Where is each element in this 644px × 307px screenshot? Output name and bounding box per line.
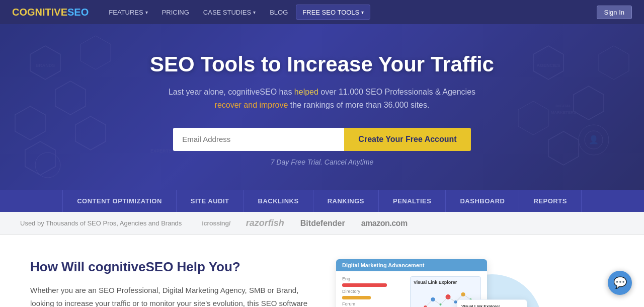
- logo[interactable]: COGNITIVESEO: [12, 7, 89, 18]
- nav-case-studies[interactable]: CASE STUDIES ▾: [197, 0, 262, 24]
- svg-text:👤: 👤: [589, 135, 599, 144]
- svg-marker-0: [30, 46, 60, 80]
- svg-marker-5: [80, 36, 111, 69]
- svg-point-17: [585, 131, 603, 149]
- chevron-down-icon: ▾: [361, 10, 364, 15]
- logo-part1: COGNITIVE: [12, 7, 67, 18]
- brands-bar: Used by Thousands of SEO Pros, Agencies …: [0, 212, 644, 235]
- dashboard-bars-section: Eng Directory Forum Ecommerce: [342, 276, 406, 307]
- svg-marker-6: [533, 46, 564, 80]
- chat-button[interactable]: 💬: [608, 271, 632, 295]
- chevron-down-icon: ▾: [145, 10, 148, 15]
- svg-line-28: [433, 299, 441, 304]
- hero-title: SEO Tools to Increase Your Traffic: [150, 52, 494, 76]
- chevron-down-icon: ▾: [253, 10, 256, 15]
- brand-icrossing: icrossing/⁠⁠: [202, 219, 229, 227]
- hero-subtitle: Last year alone, cognitiveSEO has helped…: [169, 86, 475, 111]
- svg-marker-10: [518, 101, 548, 135]
- nav-features[interactable]: FEATURES ▾: [103, 0, 153, 24]
- tab-penalties[interactable]: PENALTIES: [379, 190, 446, 212]
- hero-subtitle-mid: over 11.000 SEO Professionals & Agencies: [318, 88, 475, 96]
- trial-text: 7 Day Free Trial. Cancel Anytime: [271, 158, 374, 166]
- bar-eng: [342, 283, 387, 287]
- svg-line-29: [441, 297, 448, 304]
- svg-marker-8: [548, 131, 579, 165]
- bar-label-forum: Forum: [342, 301, 406, 306]
- brand-razorfish: razorfish: [246, 218, 284, 228]
- dashboard-card-secondary: Visual Link Explorer: [457, 299, 527, 307]
- content-section: How Will cognitiveSEO Help You? Whether …: [0, 235, 644, 307]
- svg-marker-3: [75, 116, 106, 150]
- bar-directory: [342, 296, 371, 299]
- nav-pricing[interactable]: PRICING: [156, 0, 195, 24]
- tab-rankings[interactable]: RANKINGS: [313, 190, 379, 212]
- hero-form: Create Your Free Account: [173, 128, 470, 151]
- create-account-button[interactable]: Create Your Free Account: [344, 128, 470, 151]
- brand-bitdefender: Bitdefender: [300, 219, 345, 228]
- svg-marker-7: [574, 86, 604, 120]
- tab-site-audit[interactable]: SITE AUDIT: [177, 190, 244, 212]
- content-description: Whether you are an SEO Professional, Dig…: [30, 284, 312, 307]
- hero-highlight-helped: helped: [294, 88, 318, 96]
- content-title: How Will cognitiveSEO Help You?: [30, 259, 312, 275]
- brands-text: Used by Thousands of SEO Pros, Agencies …: [20, 219, 182, 227]
- svg-line-27: [426, 299, 433, 307]
- signin-button[interactable]: Sign In: [597, 6, 632, 19]
- svg-text:MARKETERS: MARKETERS: [551, 110, 577, 115]
- svg-text:AGENCIES: AGENCIES: [536, 63, 560, 68]
- svg-text:DIGITAL: DIGITAL: [555, 104, 572, 108]
- dashboard-header: Digital Marketing Advancement: [336, 259, 487, 271]
- svg-line-32: [463, 294, 471, 299]
- hero-section: BRANDS EXPERTS AGENCIES DIGITAL MARKETER…: [0, 24, 644, 190]
- svg-marker-2: [15, 106, 45, 140]
- bar-label-eng: Eng: [342, 276, 406, 281]
- bar-label-directory: Directory: [342, 289, 406, 294]
- nav-free-tools[interactable]: FREE SEO TOOLS ▾: [296, 5, 370, 20]
- chart-title: Visual Link Explorer: [414, 280, 477, 285]
- dashboard-visual: Digital Marketing Advancement Eng Direct…: [336, 259, 527, 307]
- content-visual: Digital Marketing Advancement Eng Direct…: [336, 259, 527, 307]
- svg-marker-9: [599, 46, 629, 80]
- svg-line-30: [448, 297, 456, 302]
- brand-amazon: amazon.com: [361, 219, 408, 228]
- content-text-block: How Will cognitiveSEO Help You? Whether …: [30, 259, 312, 307]
- hero-subtitle-pre: Last year alone, cognitiveSEO has: [169, 88, 294, 96]
- svg-marker-1: [55, 81, 86, 115]
- secondary-card-title: Visual Link Explorer: [461, 304, 523, 307]
- hero-highlight-recover: recover and improve: [215, 101, 288, 109]
- svg-text:BRANDS: BRANDS: [36, 63, 55, 68]
- tab-backlinks[interactable]: BACKLINKS: [244, 190, 313, 212]
- tab-reports[interactable]: REPORTS: [519, 190, 581, 212]
- navigation: COGNITIVESEO FEATURES ▾ PRICING CASE STU…: [0, 0, 644, 24]
- logo-part2: SEO: [67, 7, 89, 18]
- chat-icon: 💬: [613, 276, 627, 289]
- svg-text:EXPERTS: EXPERTS: [150, 148, 172, 154]
- tab-content-optimization[interactable]: CONTENT OPTIMIZATION: [62, 190, 177, 212]
- svg-point-16: [579, 125, 609, 155]
- feature-tabs-bar: CONTENT OPTIMIZATION SITE AUDIT BACKLINK…: [0, 190, 644, 212]
- hero-subtitle-post: the rankings of more than 36.000 sites.: [288, 101, 429, 109]
- tab-dashboard[interactable]: DASHBOARD: [446, 190, 519, 212]
- email-input[interactable]: [173, 128, 344, 151]
- nav-blog[interactable]: BLOG: [264, 0, 294, 24]
- svg-point-18: [35, 152, 60, 178]
- svg-marker-4: [25, 141, 55, 175]
- nav-links: FEATURES ▾ PRICING CASE STUDIES ▾ BLOG F…: [103, 0, 590, 24]
